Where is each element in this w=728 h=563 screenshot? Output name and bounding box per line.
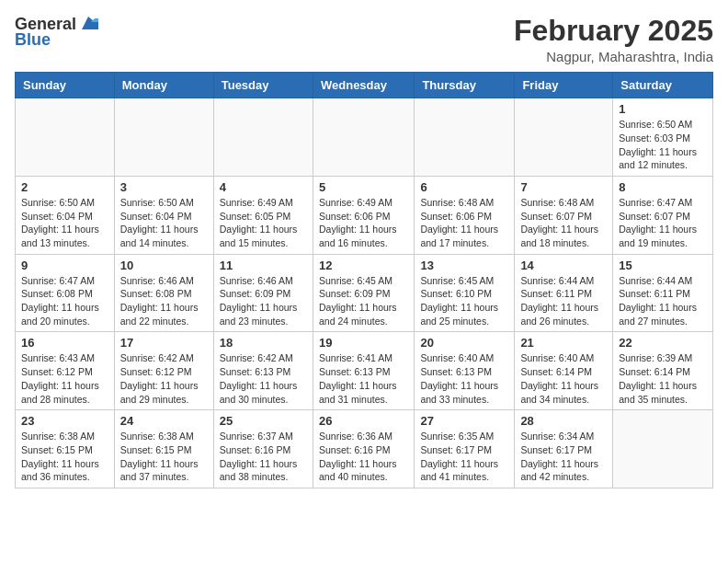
day-info: Sunrise: 6:45 AM Sunset: 6:09 PM Dayligh…	[319, 274, 408, 328]
day-number: 24	[120, 414, 208, 428]
day-number: 10	[120, 259, 208, 272]
day-number: 13	[420, 259, 508, 272]
location: Nagpur, Maharashtra, India	[514, 49, 713, 64]
day-info: Sunrise: 6:37 AM Sunset: 6:16 PM Dayligh…	[220, 430, 307, 484]
day-info: Sunrise: 6:42 AM Sunset: 6:12 PM Dayligh…	[120, 351, 208, 406]
calendar-week-2: 2Sunrise: 6:50 AM Sunset: 6:04 PM Daylig…	[16, 176, 713, 254]
calendar-cell: 4Sunrise: 6:49 AM Sunset: 6:05 PM Daylig…	[213, 176, 313, 254]
day-number: 28	[520, 414, 607, 428]
day-info: Sunrise: 6:46 AM Sunset: 6:09 PM Dayligh…	[220, 274, 307, 328]
day-info: Sunrise: 6:36 AM Sunset: 6:16 PM Dayligh…	[319, 430, 408, 484]
day-info: Sunrise: 6:44 AM Sunset: 6:11 PM Dayligh…	[619, 274, 707, 328]
weekday-header-row: SundayMondayTuesdayWednesdayThursdayFrid…	[16, 73, 713, 98]
day-number: 17	[120, 336, 208, 350]
calendar-cell: 7Sunrise: 6:48 AM Sunset: 6:07 PM Daylig…	[515, 176, 613, 254]
calendar-week-4: 16Sunrise: 6:43 AM Sunset: 6:12 PM Dayli…	[16, 332, 713, 410]
day-number: 14	[520, 259, 607, 272]
calendar-cell: 24Sunrise: 6:38 AM Sunset: 6:15 PM Dayli…	[114, 410, 213, 488]
calendar-cell: 27Sunrise: 6:35 AM Sunset: 6:17 PM Dayli…	[415, 410, 515, 488]
day-number: 27	[420, 414, 508, 428]
weekday-header-friday: Friday	[515, 73, 613, 98]
day-number: 18	[220, 336, 307, 350]
calendar-cell: 6Sunrise: 6:48 AM Sunset: 6:06 PM Daylig…	[415, 176, 515, 254]
weekday-header-sunday: Sunday	[16, 73, 115, 98]
day-number: 26	[319, 414, 408, 428]
page-header: General Blue February 2025 Nagpur, Mahar…	[15, 15, 713, 64]
calendar-cell: 1Sunrise: 6:50 AM Sunset: 6:03 PM Daylig…	[613, 98, 713, 177]
day-info: Sunrise: 6:50 AM Sunset: 6:03 PM Dayligh…	[619, 118, 707, 172]
day-number: 12	[319, 259, 408, 272]
day-info: Sunrise: 6:40 AM Sunset: 6:14 PM Dayligh…	[520, 351, 607, 406]
weekday-header-tuesday: Tuesday	[213, 73, 313, 98]
day-info: Sunrise: 6:48 AM Sunset: 6:07 PM Dayligh…	[520, 196, 607, 250]
day-info: Sunrise: 6:48 AM Sunset: 6:06 PM Dayligh…	[420, 196, 508, 250]
calendar-cell: 8Sunrise: 6:47 AM Sunset: 6:07 PM Daylig…	[613, 176, 713, 254]
day-number: 11	[220, 259, 307, 272]
calendar-cell: 20Sunrise: 6:40 AM Sunset: 6:13 PM Dayli…	[415, 332, 515, 410]
calendar-cell	[613, 410, 713, 488]
day-number: 20	[420, 336, 508, 350]
logo: General Blue	[15, 15, 98, 50]
day-number: 15	[619, 259, 707, 272]
day-info: Sunrise: 6:44 AM Sunset: 6:11 PM Dayligh…	[520, 274, 607, 328]
calendar-cell: 10Sunrise: 6:46 AM Sunset: 6:08 PM Dayli…	[114, 254, 213, 332]
day-number: 5	[319, 180, 408, 194]
calendar-cell: 2Sunrise: 6:50 AM Sunset: 6:04 PM Daylig…	[16, 176, 115, 254]
calendar-cell: 28Sunrise: 6:34 AM Sunset: 6:17 PM Dayli…	[515, 410, 613, 488]
calendar-table: SundayMondayTuesdayWednesdayThursdayFrid…	[15, 72, 713, 488]
day-number: 9	[21, 259, 108, 272]
logo-blue: Blue	[15, 30, 51, 50]
weekday-header-wednesday: Wednesday	[313, 73, 414, 98]
calendar-cell: 14Sunrise: 6:44 AM Sunset: 6:11 PM Dayli…	[515, 254, 613, 332]
calendar-cell: 9Sunrise: 6:47 AM Sunset: 6:08 PM Daylig…	[16, 254, 115, 332]
day-info: Sunrise: 6:38 AM Sunset: 6:15 PM Dayligh…	[120, 430, 208, 484]
calendar-cell: 12Sunrise: 6:45 AM Sunset: 6:09 PM Dayli…	[313, 254, 414, 332]
calendar-cell	[415, 98, 515, 177]
day-info: Sunrise: 6:42 AM Sunset: 6:13 PM Dayligh…	[220, 351, 307, 406]
day-info: Sunrise: 6:40 AM Sunset: 6:13 PM Dayligh…	[420, 351, 508, 406]
day-info: Sunrise: 6:38 AM Sunset: 6:15 PM Dayligh…	[21, 430, 108, 484]
day-info: Sunrise: 6:35 AM Sunset: 6:17 PM Dayligh…	[420, 430, 508, 484]
calendar-cell	[213, 98, 313, 177]
day-info: Sunrise: 6:43 AM Sunset: 6:12 PM Dayligh…	[21, 351, 108, 406]
calendar-cell: 11Sunrise: 6:46 AM Sunset: 6:09 PM Dayli…	[213, 254, 313, 332]
day-info: Sunrise: 6:49 AM Sunset: 6:06 PM Dayligh…	[319, 196, 408, 250]
weekday-header-saturday: Saturday	[613, 73, 713, 98]
day-number: 25	[220, 414, 307, 428]
day-info: Sunrise: 6:50 AM Sunset: 6:04 PM Dayligh…	[21, 196, 108, 250]
day-info: Sunrise: 6:46 AM Sunset: 6:08 PM Dayligh…	[120, 274, 208, 328]
day-number: 16	[21, 336, 108, 350]
day-number: 3	[120, 180, 208, 194]
day-info: Sunrise: 6:47 AM Sunset: 6:08 PM Dayligh…	[21, 274, 108, 328]
calendar-cell	[515, 98, 613, 177]
month-year: February 2025	[514, 15, 713, 47]
calendar-cell: 15Sunrise: 6:44 AM Sunset: 6:11 PM Dayli…	[613, 254, 713, 332]
calendar-cell: 16Sunrise: 6:43 AM Sunset: 6:12 PM Dayli…	[16, 332, 115, 410]
day-info: Sunrise: 6:47 AM Sunset: 6:07 PM Dayligh…	[619, 196, 707, 250]
calendar-cell: 17Sunrise: 6:42 AM Sunset: 6:12 PM Dayli…	[114, 332, 213, 410]
day-number: 1	[619, 102, 707, 116]
calendar-cell: 13Sunrise: 6:45 AM Sunset: 6:10 PM Dayli…	[415, 254, 515, 332]
weekday-header-thursday: Thursday	[415, 73, 515, 98]
day-number: 6	[420, 180, 508, 194]
day-number: 21	[520, 336, 607, 350]
day-info: Sunrise: 6:50 AM Sunset: 6:04 PM Dayligh…	[120, 196, 208, 250]
day-number: 19	[319, 336, 408, 350]
calendar-cell: 5Sunrise: 6:49 AM Sunset: 6:06 PM Daylig…	[313, 176, 414, 254]
calendar-cell: 26Sunrise: 6:36 AM Sunset: 6:16 PM Dayli…	[313, 410, 414, 488]
calendar-cell: 3Sunrise: 6:50 AM Sunset: 6:04 PM Daylig…	[114, 176, 213, 254]
calendar-cell: 19Sunrise: 6:41 AM Sunset: 6:13 PM Dayli…	[313, 332, 414, 410]
calendar-cell	[313, 98, 414, 177]
day-info: Sunrise: 6:34 AM Sunset: 6:17 PM Dayligh…	[520, 430, 607, 484]
calendar-week-1: 1Sunrise: 6:50 AM Sunset: 6:03 PM Daylig…	[16, 98, 713, 177]
weekday-header-monday: Monday	[114, 73, 213, 98]
calendar-week-5: 23Sunrise: 6:38 AM Sunset: 6:15 PM Dayli…	[16, 410, 713, 488]
title-section: February 2025 Nagpur, Maharashtra, India	[514, 15, 713, 64]
day-number: 2	[21, 180, 108, 194]
calendar-cell	[16, 98, 115, 177]
day-number: 23	[21, 414, 108, 428]
calendar-cell: 18Sunrise: 6:42 AM Sunset: 6:13 PM Dayli…	[213, 332, 313, 410]
calendar-cell: 23Sunrise: 6:38 AM Sunset: 6:15 PM Dayli…	[16, 410, 115, 488]
calendar-cell: 22Sunrise: 6:39 AM Sunset: 6:14 PM Dayli…	[613, 332, 713, 410]
calendar-cell	[114, 98, 213, 177]
